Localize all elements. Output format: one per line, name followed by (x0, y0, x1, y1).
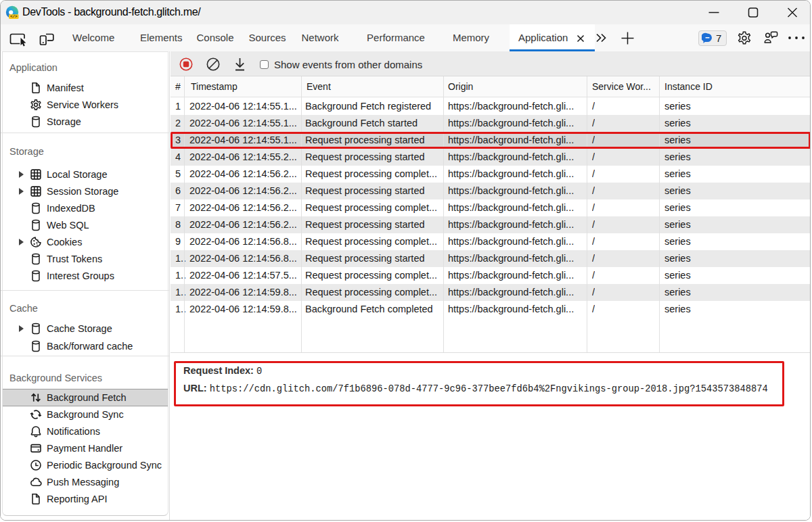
svg-text:</>: </> (10, 14, 18, 19)
